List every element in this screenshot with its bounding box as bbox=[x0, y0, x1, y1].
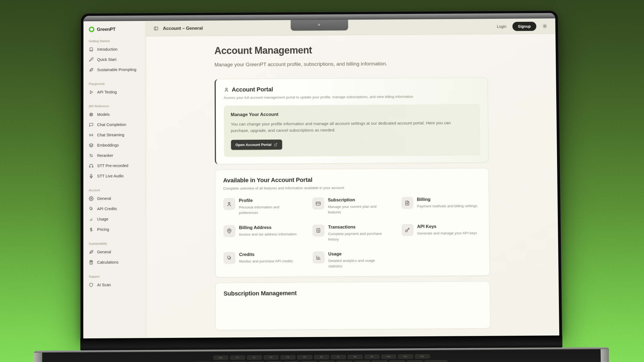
feature-description: Payment methods and billing settings bbox=[417, 203, 477, 209]
sidebar-item-label: Introduction bbox=[97, 47, 118, 51]
laptop-body: escF1F2F3F4F5F6F7F8F9F10F11F12`123456789… bbox=[80, 335, 563, 362]
keyboard-key: F10 bbox=[381, 354, 396, 359]
keyboard-key: F1 bbox=[230, 356, 245, 360]
topbar-left: Account – General bbox=[153, 25, 203, 31]
sidebar-item-label: General bbox=[97, 196, 111, 201]
feature-subscription: SubscriptionManage your current plan and… bbox=[312, 197, 392, 215]
svg-text:$: $ bbox=[318, 229, 319, 232]
feature-description: Generate and manage your API keys bbox=[417, 230, 477, 236]
brand-logo[interactable]: GreenPT bbox=[88, 26, 141, 32]
keyboard-key: F11 bbox=[398, 354, 413, 359]
layers-icon bbox=[89, 143, 94, 148]
signup-button[interactable]: Signup bbox=[512, 22, 536, 31]
feature-usage: UsageDetailed analytics and usage statis… bbox=[313, 251, 392, 269]
login-link[interactable]: Login bbox=[497, 24, 507, 28]
dollar-icon bbox=[89, 227, 94, 232]
sidebar-item-stt-live-audio[interactable]: STT Live Audio bbox=[88, 171, 142, 182]
sidebar-item-sustainable-prompting[interactable]: Sustainable Prompting bbox=[88, 64, 141, 75]
sidebar-item-label: Usage bbox=[97, 217, 108, 221]
theme-toggle-icon[interactable] bbox=[542, 24, 547, 29]
sidebar-item-embeddings[interactable]: Embeddings bbox=[88, 140, 142, 150]
main-content: Account Management Manage your GreenPT a… bbox=[146, 34, 559, 338]
features-card-title: Available in Your Account Portal bbox=[223, 175, 481, 184]
sidebar-item-api-testing[interactable]: API Testing bbox=[88, 87, 141, 97]
feature-title: Credits bbox=[239, 252, 293, 257]
feature-text: SubscriptionManage your current plan and… bbox=[328, 197, 389, 215]
feature-text: UsageDetailed analytics and usage statis… bbox=[328, 251, 389, 269]
feature-description: Personal information and preferences bbox=[239, 204, 299, 216]
sidebar-item-models[interactable]: Models bbox=[88, 109, 142, 120]
sort-icon bbox=[89, 153, 94, 158]
sidebar-item-chat-streaming[interactable]: Chat Streaming bbox=[88, 130, 142, 140]
key-icon bbox=[401, 224, 414, 236]
feature-text: BillingPayment methods and billing setti… bbox=[417, 197, 477, 215]
sidebar-item-ai-scan[interactable]: AI Scan bbox=[88, 279, 142, 290]
sidebar-item-label: Pricing bbox=[97, 227, 109, 231]
desktop-background: GreenPT Getting StartedIntroductionQuick… bbox=[0, 0, 644, 362]
leaf-icon bbox=[89, 250, 94, 254]
keyboard-key: 8 bbox=[336, 361, 352, 362]
keyboard-key: = bbox=[407, 360, 423, 362]
portal-features-card: Available in Your Account Portal Complet… bbox=[215, 168, 490, 277]
sidebar-item-label: Quick Start bbox=[97, 57, 116, 62]
sidebar-item-introduction[interactable]: Introduction bbox=[88, 44, 141, 54]
chart-icon bbox=[313, 252, 325, 264]
account-portal-title: Account Portal bbox=[232, 86, 273, 93]
file-icon bbox=[401, 197, 413, 209]
feature-description: Detailed analytics and usage statistics bbox=[328, 258, 389, 269]
chat-icon bbox=[89, 122, 94, 127]
shield-icon bbox=[89, 282, 94, 287]
keyboard-key: 7 bbox=[319, 361, 335, 362]
feature-text: TransactionsComplete payment and purchas… bbox=[328, 224, 389, 242]
sidebar-item-stt-pre-recorded[interactable]: STT Pre-recorded bbox=[88, 160, 142, 171]
keyboard-key: F7 bbox=[331, 355, 346, 359]
sidebar-item-label: Reranker bbox=[97, 153, 113, 158]
keyboard-key: F9 bbox=[364, 355, 379, 359]
sidebar-item-label: Calculations bbox=[97, 260, 119, 265]
feature-description: Monitor and purchase API credits bbox=[239, 258, 293, 264]
feature-text: ProfilePersonal information and preferen… bbox=[239, 198, 300, 216]
feature-profile: ProfilePersonal information and preferen… bbox=[223, 198, 303, 216]
leaf-icon bbox=[89, 67, 94, 72]
sidebar-item-calculations[interactable]: Calculations bbox=[88, 257, 142, 268]
sidebar-item-label: General bbox=[97, 250, 111, 254]
greenpt-logo-icon bbox=[89, 27, 94, 32]
sidebar-item-chat-completion[interactable]: Chat Completion bbox=[88, 119, 142, 130]
sidebar-item-general[interactable]: General bbox=[88, 247, 142, 257]
sidebar-item-general[interactable]: General bbox=[88, 193, 142, 204]
page-title: Account Management bbox=[214, 43, 487, 56]
keyboard-key: 0 bbox=[372, 361, 387, 362]
user-icon bbox=[224, 87, 229, 93]
feature-api-keys: API KeysGenerate and manage your API key… bbox=[401, 223, 481, 242]
sidebar-item-label: Embeddings bbox=[97, 143, 119, 147]
subscription-management-card: Subscription Management bbox=[215, 281, 491, 330]
keyboard-key: - bbox=[389, 360, 405, 362]
sidebar-section-label: Account bbox=[89, 188, 142, 192]
feature-text: CreditsMonitor and purchase API credits bbox=[239, 252, 293, 270]
feature-transactions: $TransactionsComplete payment and purcha… bbox=[312, 224, 392, 242]
sidebar-item-reranker[interactable]: Reranker bbox=[88, 150, 142, 161]
broadcast-icon bbox=[89, 133, 94, 138]
feature-title: Transactions bbox=[328, 224, 389, 230]
keyboard-key: F4 bbox=[280, 355, 295, 359]
feature-title: Subscription bbox=[328, 197, 389, 203]
subscription-management-title: Subscription Management bbox=[224, 289, 482, 297]
breadcrumb-title: Account – General bbox=[163, 25, 203, 31]
feature-credits: CreditsMonitor and purchase API credits bbox=[224, 252, 303, 270]
sidebar-item-quick-start[interactable]: Quick Start bbox=[88, 54, 141, 65]
keyboard-key: esc bbox=[213, 356, 228, 360]
content-container: Account Management Manage your GreenPT a… bbox=[214, 43, 490, 330]
keyboard-key: del bbox=[425, 360, 447, 362]
sidebar-toggle-icon[interactable] bbox=[153, 26, 159, 31]
open-account-portal-button[interactable]: Open Account Portal bbox=[231, 139, 282, 150]
sidebar-item-api-credits[interactable]: API Credits bbox=[88, 204, 142, 214]
keyboard-key: F8 bbox=[347, 355, 363, 359]
manage-account-title: Manage Your Account bbox=[231, 110, 473, 117]
app-window: GreenPT Getting StartedIntroductionQuick… bbox=[83, 19, 559, 338]
sidebar-item-usage[interactable]: Usage bbox=[88, 214, 142, 224]
sidebar-item-label: API Testing bbox=[97, 90, 117, 94]
sidebar-item-pricing[interactable]: Pricing bbox=[88, 224, 142, 235]
external-link-icon bbox=[274, 143, 278, 146]
sidebar-item-label: Models bbox=[97, 112, 110, 117]
sidebar-item-label: STT Pre-recorded bbox=[97, 164, 128, 168]
